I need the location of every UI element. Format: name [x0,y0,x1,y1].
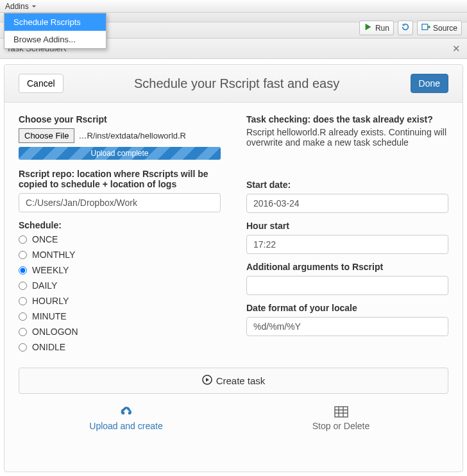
dropdown-item-browse-addins[interactable]: Browse Addins... [4,31,106,48]
cancel-button[interactable]: Cancel [19,74,64,93]
choose-rscript-label: Choose your Rscript [19,114,221,124]
done-button[interactable]: Done [411,74,448,93]
schedule-option-monthly[interactable]: MONTHLY [19,250,221,260]
schedule-option-weekly[interactable]: WEEKLY [19,265,221,275]
repo-path-input[interactable] [19,193,221,212]
svg-rect-0 [422,24,428,30]
schedule-option-minute[interactable]: MINUTE [19,311,221,321]
schedule-radio-once[interactable] [19,235,27,244]
source-icon [421,22,430,33]
task-checking-title: Task checking: does the task already exi… [246,114,448,124]
dropdown-item-label: Browse Addins... [13,35,76,44]
left-column: Choose your Rscript Choose File …R/inst/… [19,114,221,352]
footer-actions: Upload and create Stop or Delete [4,400,463,440]
locale-input[interactable] [246,317,448,336]
stop-or-delete-label: Stop or Delete [312,421,370,431]
grid-icon [234,405,448,418]
run-button[interactable]: Run [359,21,394,35]
chosen-file-path: …R/inst/extdata/helloworld.R [78,131,186,140]
task-scheduler-dialog: Cancel Schedule your Rscript fast and ea… [4,64,463,472]
upload-and-create-label: Upload and create [89,421,162,431]
schedule-option-label: ONLOGON [32,327,78,337]
schedule-option-daily[interactable]: DAILY [19,280,221,291]
choose-file-button-label: Choose File [24,131,69,140]
schedule-radio-onidle[interactable] [19,343,27,352]
schedule-option-label: DAILY [32,280,57,291]
schedule-option-label: ONIDLE [32,342,65,352]
schedule-radio-hourly[interactable] [19,297,27,305]
rerun-button[interactable] [398,21,413,35]
create-task-label: Create task [216,375,266,386]
upload-and-create-button[interactable]: Upload and create [19,405,234,431]
run-icon [364,22,373,33]
choose-file-button[interactable]: Choose File [19,128,74,143]
task-checking-body: Rscript helloworld.R already exists. Con… [246,127,448,148]
start-date-label: Start date: [246,180,448,190]
schedule-option-once[interactable]: ONCE [19,234,221,244]
dropdown-item-schedule-rscripts[interactable]: Schedule Rscripts [4,13,106,31]
schedule-radio-daily[interactable] [19,282,27,290]
schedule-option-label: MONTHLY [32,250,75,260]
upload-status-label: Upload complete [90,149,148,158]
schedule-option-label: HOURLY [32,296,69,306]
dropdown-item-label: Schedule Rscripts [13,17,81,27]
done-label: Done [419,78,440,89]
schedule-option-hourly[interactable]: HOURLY [19,296,221,306]
play-circle-icon [202,375,212,387]
hour-start-input[interactable] [246,235,448,254]
addins-menu-button[interactable]: Addins [5,0,37,13]
source-button[interactable]: Source [417,21,462,35]
schedule-option-onidle[interactable]: ONIDLE [19,342,221,352]
menubar: Addins [0,0,467,13]
dialog-title: Schedule your Rscript fast and easy [64,76,411,91]
schedule-option-label: MINUTE [32,311,67,321]
schedule-label: Schedule: [19,220,221,230]
cancel-label: Cancel [27,78,55,89]
close-icon[interactable]: ✕ [452,43,461,55]
start-date-input[interactable] [246,194,448,213]
hour-start-label: Hour start [246,221,448,231]
schedule-radio-monthly[interactable] [19,251,27,259]
cloud-upload-icon [19,405,234,418]
addins-menu-label: Addins [5,0,29,13]
schedule-option-label: WEEKLY [32,265,69,275]
addins-dropdown: Schedule Rscripts Browse Addins... [4,13,106,49]
schedule-radio-weekly[interactable] [19,266,27,275]
source-label: Source [433,24,457,33]
rerun-icon [401,22,410,33]
chevron-down-icon [29,0,37,13]
args-input[interactable] [246,276,448,295]
create-task-button[interactable]: Create task [19,368,448,394]
args-label: Additional arguments to Rscript [246,262,448,272]
stop-or-delete-button[interactable]: Stop or Delete [234,405,448,431]
run-label: Run [375,24,389,33]
svg-rect-2 [335,407,348,417]
schedule-option-label: ONCE [32,234,58,244]
schedule-option-onlogon[interactable]: ONLOGON [19,327,221,337]
locale-label: Date format of your locale [246,303,448,313]
dialog-header: Cancel Schedule your Rscript fast and ea… [4,65,463,103]
schedule-radio-minute[interactable] [19,312,27,321]
schedule-radio-onlogon[interactable] [19,328,27,336]
repo-label: Rscript repo: location where Rscripts wi… [19,169,221,189]
upload-progress-bar: Upload complete [19,147,221,160]
right-column: Task checking: does the task already exi… [246,114,448,352]
schedule-radio-group: ONCEMONTHLYWEEKLYDAILYHOURLYMINUTEONLOGO… [19,234,221,352]
